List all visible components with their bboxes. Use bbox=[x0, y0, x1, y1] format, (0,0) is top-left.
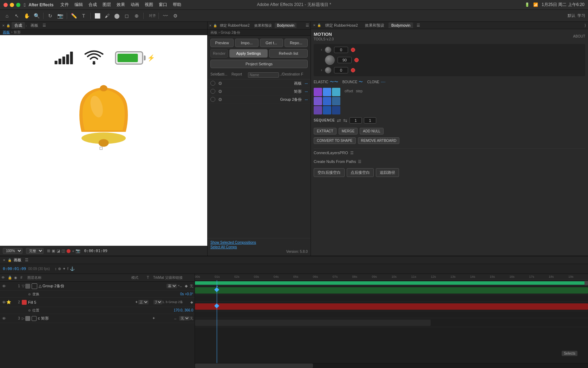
red-btn-2[interactable] bbox=[354, 58, 359, 62]
tl-btn-select[interactable]: ↕ bbox=[55, 267, 57, 271]
settings-tool[interactable]: ⚙ bbox=[171, 12, 179, 20]
tl-btn-solo[interactable]: ⊕ bbox=[58, 267, 61, 271]
menu-bar[interactable]: 文件编辑合成图层效果动画视图窗口帮助 bbox=[60, 2, 181, 8]
camera-preview-btn[interactable]: 📷 bbox=[76, 249, 80, 253]
window-controls[interactable] bbox=[4, 3, 20, 7]
key-2[interactable]: ◆ bbox=[190, 300, 193, 304]
tl-btn-marker[interactable]: ✦ bbox=[63, 267, 66, 271]
brush-tool[interactable]: 🖌 bbox=[103, 12, 111, 20]
menu-item-视图[interactable]: 视图 bbox=[145, 2, 153, 8]
tl-time[interactable]: 0:00:01:09 bbox=[3, 267, 26, 271]
cn-btn-1[interactable]: 空白后接空白 bbox=[314, 168, 345, 177]
impo-btn[interactable]: Impo... bbox=[235, 39, 258, 47]
color-steel[interactable] bbox=[332, 97, 340, 105]
tab-bodymovin[interactable]: Bodymovin bbox=[275, 23, 296, 28]
nav-next[interactable]: › bbox=[316, 68, 322, 72]
clone-tool[interactable]: ⬤ bbox=[113, 12, 121, 20]
seq-input-2[interactable] bbox=[364, 117, 376, 124]
knob-1-input[interactable] bbox=[334, 47, 348, 53]
red-btn-1[interactable] bbox=[351, 48, 355, 52]
seq-input-1[interactable] bbox=[349, 117, 362, 124]
knob-3[interactable] bbox=[325, 67, 331, 73]
apply-settings-btn[interactable]: Apply Settings bbox=[229, 49, 268, 58]
select-all-link[interactable]: Select All Comps bbox=[210, 245, 308, 249]
grid-btn[interactable]: ⊞ bbox=[47, 249, 50, 253]
tl-btn-parent[interactable]: ⚓ bbox=[70, 267, 75, 271]
color-cyan[interactable] bbox=[332, 88, 340, 96]
menu-item-编辑[interactable]: 编辑 bbox=[74, 2, 83, 8]
color-blue2[interactable] bbox=[323, 97, 331, 105]
quality-select[interactable]: 完整 bbox=[26, 248, 44, 254]
tab-effects[interactable]: 效果和预设 bbox=[252, 22, 274, 29]
tl-menu[interactable]: ☰ bbox=[25, 258, 28, 262]
camera-tool[interactable]: 📷 bbox=[56, 12, 64, 20]
show-selected-link[interactable]: Show Selected Compositions bbox=[210, 241, 308, 244]
breadcrumb-root[interactable]: 画板 bbox=[3, 30, 10, 35]
panel-x-icon[interactable]: ✕ bbox=[209, 24, 212, 27]
create-nulls-menu[interactable]: ☰ bbox=[358, 159, 361, 164]
expand-1[interactable]: ▽ bbox=[22, 284, 25, 288]
radio-rect[interactable] bbox=[210, 89, 215, 94]
repo-btn[interactable]: Repo... bbox=[285, 39, 308, 47]
knob-2[interactable] bbox=[325, 55, 335, 65]
right-panel-close[interactable]: ✕ bbox=[313, 24, 316, 27]
close-button[interactable] bbox=[4, 3, 8, 7]
menu-item-合成[interactable]: 合成 bbox=[89, 2, 97, 8]
project-settings-btn[interactable]: Project Settings bbox=[210, 60, 308, 68]
select-tool[interactable]: ↖ bbox=[13, 12, 21, 20]
color-navy[interactable] bbox=[323, 106, 331, 114]
cn-btn-3[interactable]: 追踪路径 bbox=[376, 168, 399, 177]
menu-item-帮助[interactable]: 帮助 bbox=[173, 2, 181, 8]
color-blue[interactable] bbox=[323, 88, 331, 96]
radio-group2[interactable] bbox=[210, 97, 215, 102]
name-input[interactable] bbox=[248, 72, 279, 78]
knob-3-input[interactable] bbox=[334, 67, 348, 73]
red-btn-3[interactable] bbox=[351, 68, 355, 72]
convert-to-shape-btn[interactable]: CONVERT TO SHAPE bbox=[314, 137, 356, 144]
record-btn[interactable]: ⬤ bbox=[66, 249, 71, 253]
puppet-tool[interactable]: ⊕ bbox=[132, 12, 141, 20]
get-btn[interactable]: Get t... bbox=[260, 39, 283, 47]
maximize-button[interactable] bbox=[16, 3, 20, 7]
radio-canvas[interactable] bbox=[210, 81, 215, 86]
add-null-btn[interactable]: ADD NULL bbox=[360, 128, 383, 134]
menu-item-图层[interactable]: 图层 bbox=[103, 2, 111, 8]
pen-tool[interactable]: ✏️ bbox=[70, 12, 78, 20]
menu-item-窗口[interactable]: 窗口 bbox=[159, 2, 167, 8]
gear-canvas[interactable]: ⚙ bbox=[217, 80, 223, 86]
right-panel-menu[interactable]: ☰ bbox=[417, 23, 420, 28]
color-purple[interactable] bbox=[314, 88, 322, 96]
color-darkblue[interactable] bbox=[332, 106, 340, 114]
text-tool[interactable]: T bbox=[79, 12, 88, 20]
graph-tool[interactable]: 〰 bbox=[161, 12, 170, 20]
refresh-list-btn[interactable]: Refresh list bbox=[269, 49, 308, 58]
tab-bindrubber[interactable]: 绑定 RubberHose2 bbox=[322, 22, 361, 29]
eye-2[interactable]: 👁 bbox=[1, 300, 6, 304]
gear-rect[interactable]: ⚙ bbox=[217, 88, 223, 94]
trkmat-3[interactable]: 无 bbox=[179, 316, 190, 321]
nav-prev[interactable]: ‹ bbox=[316, 48, 322, 52]
render-btn[interactable]: Render bbox=[210, 49, 228, 58]
expand-3[interactable]: ▷ bbox=[22, 316, 25, 320]
remove-artboard-btn[interactable]: REMOVE ARTBOARD bbox=[358, 137, 400, 144]
seq-icon-1[interactable]: ⇄ bbox=[337, 118, 341, 123]
zoom-tool[interactable]: 🔍 bbox=[32, 12, 41, 20]
panel-menu-icon[interactable]: ☰ bbox=[306, 23, 309, 28]
eraser-tool[interactable]: ◻ bbox=[123, 12, 131, 20]
zoom-select[interactable]: 100% bbox=[3, 248, 22, 254]
col-name-input-wrap[interactable] bbox=[247, 72, 280, 78]
right-panel-expand[interactable]: ⟩ bbox=[584, 23, 586, 28]
timeline-scrollbar[interactable] bbox=[195, 363, 588, 368]
menu-item-动画[interactable]: 动画 bbox=[131, 2, 139, 8]
dots-group2[interactable]: ··· bbox=[305, 97, 308, 102]
seq-icon-2[interactable]: ⇆ bbox=[343, 118, 347, 123]
preview-btn[interactable]: Preview bbox=[210, 39, 234, 47]
gear-group2[interactable]: ⚙ bbox=[217, 97, 223, 102]
mode-select-1[interactable]: 幕中 bbox=[166, 284, 177, 288]
knob-1[interactable] bbox=[325, 47, 331, 53]
eye-3[interactable]: 👁 bbox=[1, 316, 6, 321]
mode-select-2[interactable]: 正常 bbox=[138, 300, 149, 304]
extract-btn[interactable]: EXTRACT bbox=[314, 128, 337, 134]
tab-composition[interactable]: 合成 bbox=[12, 22, 25, 29]
tab-canvas[interactable]: 画板 bbox=[28, 22, 41, 29]
